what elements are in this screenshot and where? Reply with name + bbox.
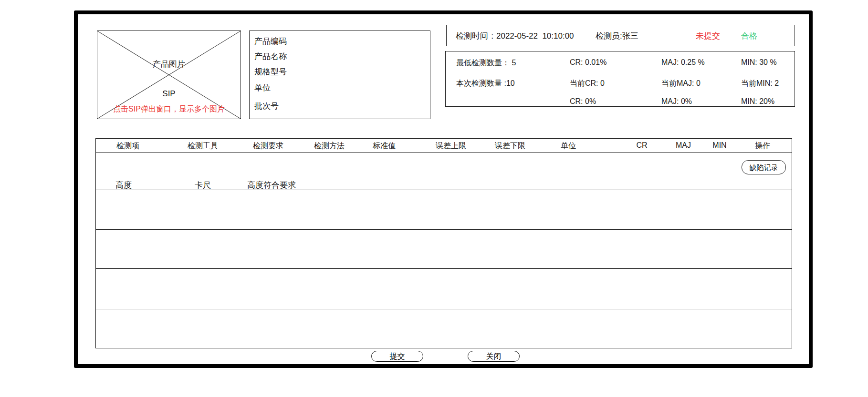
table-row <box>96 190 792 229</box>
defect-record-button[interactable]: 缺陷记录 <box>742 160 786 174</box>
inspection-window: 产品图片 SIP 点击SIP弹出窗口，显示多个图片 产品编码 产品名称 规格型号… <box>0 0 868 397</box>
col-header-method: 检测方法 <box>314 141 345 151</box>
inspection-header-panel: 检测时间：2022-05-22 10:10:00 检测员:张三 未提交 合格 <box>446 25 795 46</box>
stat-current-min: 当前MIN: 2 <box>741 79 779 89</box>
stat-min-limit: MIN: 30 % <box>741 58 777 67</box>
field-label-spec-model: 规格型号 <box>254 66 287 77</box>
col-header-action: 操作 <box>755 141 770 151</box>
stat-maj-limit: MAJ: 0.25 % <box>661 58 705 67</box>
inspection-datetime: 检测时间：2022-05-22 10:10:00 <box>456 31 574 41</box>
table-row: 高度 卡尺 高度符合要求 <box>96 152 792 190</box>
stat-min-inspect-qty: 最低检测数量： 5 <box>456 58 516 68</box>
field-label-batch-number: 批次号 <box>254 101 279 112</box>
inspector-name: 检测员:张三 <box>596 31 638 41</box>
col-header-item: 检测项 <box>116 141 139 151</box>
col-header-min: MIN <box>712 141 726 150</box>
col-header-requirement: 检测要求 <box>253 141 283 151</box>
stat-maj-rate: MAJ: 0% <box>661 97 692 106</box>
cell-requirement: 高度符合要求 <box>247 180 296 191</box>
submit-status-badge: 未提交 <box>696 31 720 41</box>
table-row <box>96 229 792 268</box>
col-header-cr: CR <box>636 141 647 150</box>
product-image-label: 产品图片 <box>153 59 185 70</box>
col-header-unit: 单位 <box>561 141 576 151</box>
field-label-unit: 单位 <box>254 82 271 93</box>
stat-current-maj: 当前MAJ: 0 <box>661 79 701 89</box>
close-button[interactable]: 关闭 <box>468 351 520 362</box>
result-status-badge: 合格 <box>741 31 757 41</box>
table-row <box>96 309 792 349</box>
col-header-lower-limit: 误差下限 <box>495 141 525 151</box>
product-info-panel: 产品编码 产品名称 规格型号 单位 批次号 <box>249 31 430 119</box>
cell-item: 高度 <box>115 180 132 191</box>
stat-current-inspect-qty: 本次检测数量 :10 <box>456 79 515 89</box>
cell-tool: 卡尺 <box>195 180 211 191</box>
stat-cr-rate: CR: 0% <box>570 97 596 106</box>
inspection-items-table: 检测项 检测工具 检测要求 检测方法 标准值 误差上限 误差下限 单位 CR M… <box>95 138 792 348</box>
col-header-standard: 标准值 <box>373 141 396 151</box>
stat-current-cr: 当前CR: 0 <box>570 79 605 89</box>
stat-cr-limit: CR: 0.01% <box>570 58 607 67</box>
sip-link[interactable]: SIP <box>162 89 175 99</box>
col-header-tool: 检测工具 <box>188 141 218 151</box>
field-label-product-code: 产品编码 <box>254 36 287 47</box>
inspection-stats-panel: 最低检测数量： 5 CR: 0.01% MAJ: 0.25 % MIN: 30 … <box>445 51 795 107</box>
sip-hint-text: 点击SIP弹出窗口，显示多个图片 <box>113 104 225 114</box>
col-header-maj: MAJ <box>676 141 691 150</box>
field-label-product-name: 产品名称 <box>254 51 287 62</box>
stat-min-rate: MIN: 20% <box>741 97 774 106</box>
submit-button[interactable]: 提交 <box>371 351 423 362</box>
table-row <box>96 268 792 309</box>
product-image-placeholder: 产品图片 SIP 点击SIP弹出窗口，显示多个图片 <box>97 31 241 119</box>
col-header-upper-limit: 误差上限 <box>436 141 466 151</box>
